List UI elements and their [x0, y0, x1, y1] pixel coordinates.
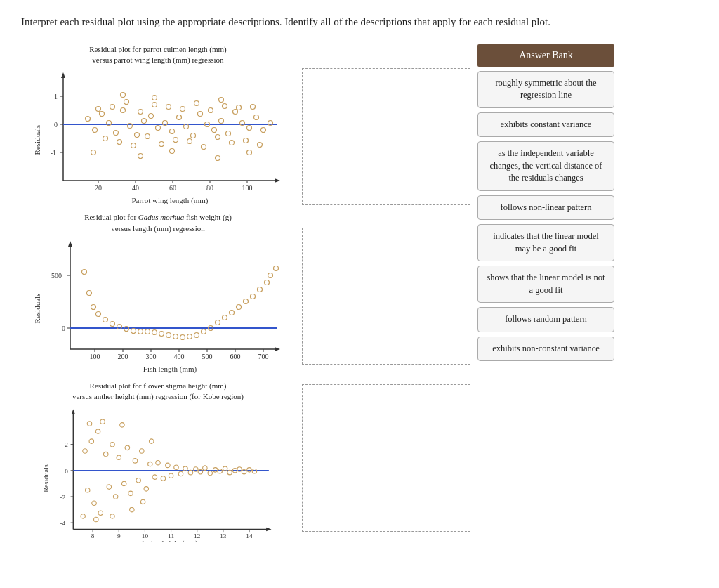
svg-point-70 — [244, 138, 249, 143]
answer-card-5[interactable]: indicates that the linear model may be a… — [477, 224, 614, 261]
svg-point-119 — [159, 332, 164, 337]
svg-text:600: 600 — [230, 353, 241, 360]
svg-point-214 — [140, 499, 145, 504]
svg-point-65 — [209, 108, 213, 113]
svg-point-189 — [169, 473, 173, 478]
answer-card-1[interactable]: roughly symmetric about the regression l… — [477, 71, 614, 108]
svg-marker-85 — [275, 347, 280, 351]
svg-text:0: 0 — [65, 467, 68, 474]
svg-point-183 — [144, 486, 149, 491]
svg-point-177 — [121, 481, 126, 486]
svg-point-46 — [247, 126, 252, 131]
svg-point-136 — [274, 266, 279, 271]
svg-text:300: 300 — [146, 353, 157, 360]
svg-point-108 — [87, 291, 92, 296]
svg-point-61 — [180, 107, 185, 112]
svg-point-23 — [86, 117, 91, 122]
svg-point-117 — [145, 329, 150, 334]
svg-text:200: 200 — [118, 353, 128, 360]
svg-point-197 — [208, 471, 213, 476]
svg-point-178 — [125, 445, 130, 450]
answer-card-8[interactable]: exhibits non-constant variance — [477, 337, 614, 362]
svg-point-184 — [148, 462, 153, 466]
plots-column: Residual plot for parrot culmen length (… — [21, 44, 295, 542]
svg-marker-2 — [61, 72, 65, 78]
svg-point-170 — [95, 429, 100, 434]
answer-card-3[interactable]: as the independent variable changes, the… — [477, 141, 614, 191]
drop-zone-1[interactable] — [302, 68, 470, 205]
svg-point-42 — [219, 119, 224, 124]
svg-point-79 — [152, 96, 157, 100]
svg-point-76 — [216, 156, 220, 161]
svg-point-134 — [265, 280, 270, 285]
svg-point-77 — [247, 150, 252, 155]
svg-point-69 — [237, 105, 242, 110]
svg-text:Fish length (mm): Fish length (mm) — [143, 365, 197, 374]
svg-point-109 — [91, 305, 96, 310]
plot2-container: Residual plot for Gadus morhua fish weig… — [21, 212, 295, 374]
answer-card-4[interactable]: follows non-linear pattern — [477, 195, 614, 221]
svg-point-66 — [216, 135, 220, 140]
svg-point-123 — [187, 334, 192, 339]
drop-zone-2[interactable] — [302, 228, 470, 365]
svg-point-208 — [87, 422, 92, 426]
svg-point-128 — [223, 315, 227, 320]
svg-point-186 — [156, 460, 161, 465]
answer-bank-header: Answer Bank — [477, 44, 614, 67]
svg-point-56 — [145, 134, 150, 139]
svg-point-28 — [121, 108, 126, 113]
svg-text:500: 500 — [202, 353, 213, 360]
svg-marker-84 — [68, 241, 72, 247]
svg-point-196 — [203, 466, 208, 471]
svg-point-171 — [98, 511, 103, 516]
drop-zone-3[interactable] — [302, 384, 470, 532]
svg-point-116 — [138, 329, 143, 334]
svg-point-110 — [96, 312, 101, 317]
svg-marker-3 — [275, 178, 280, 183]
svg-point-107 — [82, 270, 87, 275]
svg-point-75 — [170, 149, 175, 154]
svg-point-120 — [166, 333, 171, 338]
plot2-title: Residual plot for Gadus morhua fish weig… — [21, 212, 295, 234]
svg-point-121 — [173, 334, 178, 339]
svg-text:100: 100 — [90, 353, 100, 360]
svg-point-115 — [131, 329, 136, 334]
svg-point-179 — [128, 491, 133, 496]
svg-point-59 — [166, 105, 171, 110]
svg-point-187 — [161, 476, 166, 481]
plot3-area: 2 0 -2 -4 Residuals 8 9 10 — [32, 405, 284, 542]
plot1-title: Residual plot for parrot culmen length (… — [21, 44, 295, 66]
svg-text:0: 0 — [62, 325, 65, 332]
svg-point-38 — [191, 133, 196, 138]
svg-point-36 — [177, 115, 182, 120]
svg-point-78 — [219, 98, 224, 103]
main-layout: Residual plot for parrot culmen length (… — [21, 44, 698, 542]
svg-point-74 — [138, 154, 143, 159]
svg-point-31 — [142, 119, 147, 124]
svg-point-131 — [244, 299, 249, 304]
svg-text:14: 14 — [246, 533, 253, 540]
plot3-container: Residual plot for flower stigma height (… — [21, 381, 295, 542]
svg-point-210 — [100, 419, 105, 424]
svg-point-32 — [149, 114, 154, 119]
svg-point-185 — [152, 475, 157, 480]
svg-point-112 — [110, 322, 115, 327]
svg-point-41 — [212, 128, 217, 133]
svg-point-124 — [194, 333, 199, 338]
svg-point-211 — [110, 514, 115, 518]
svg-point-111 — [103, 318, 108, 322]
svg-text:Residuals: Residuals — [33, 125, 41, 155]
svg-text:Residuals: Residuals — [33, 294, 41, 324]
svg-point-212 — [120, 422, 125, 427]
svg-point-182 — [140, 449, 145, 454]
plot1-area: 0 1 -1 Residuals 20 40 60 80 — [32, 68, 284, 205]
answer-card-6[interactable]: shows that the linear model is not a goo… — [477, 266, 614, 303]
plot2-svg: 0 500 Residuals 100 200 300 400 500 — [32, 237, 284, 374]
answer-card-7[interactable]: follows random pattern — [477, 307, 614, 332]
svg-point-39 — [198, 112, 203, 117]
svg-text:Parrot wing length (mm): Parrot wing length (mm) — [131, 196, 208, 205]
svg-text:60: 60 — [169, 184, 176, 192]
svg-text:13: 13 — [220, 533, 227, 540]
svg-text:-4: -4 — [60, 520, 65, 527]
answer-card-2[interactable]: exhibits constant variance — [477, 112, 614, 138]
